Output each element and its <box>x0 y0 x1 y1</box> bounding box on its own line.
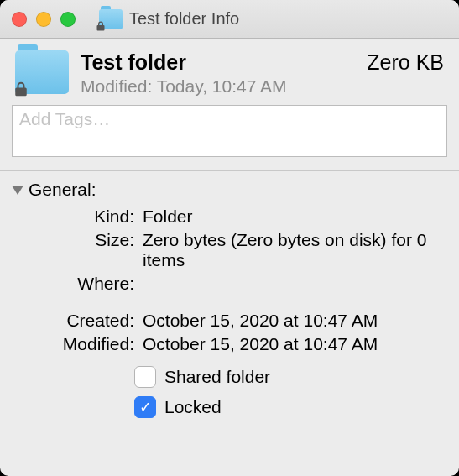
lock-icon <box>13 81 29 97</box>
zoom-icon[interactable] <box>60 12 76 27</box>
where-label: Where: <box>17 274 134 294</box>
chevron-down-icon <box>12 186 23 195</box>
shared-folder-row[interactable]: Shared folder <box>134 366 442 388</box>
lock-icon <box>96 20 106 32</box>
header: Test folder Modified: Today, 10:47 AM Ze… <box>0 39 459 105</box>
window-title: Test folder Info <box>129 9 239 29</box>
close-icon[interactable] <box>12 12 27 27</box>
general-label: General: <box>29 180 96 200</box>
kind-label: Kind: <box>17 207 134 227</box>
info-window: Test folder Info Test folder Modified: T… <box>0 0 459 476</box>
content: General: Kind: Folder Size: Zero bytes (… <box>0 170 459 418</box>
checkboxes: Shared folder ✓ Locked <box>0 354 459 418</box>
kind-value: Folder <box>143 207 442 227</box>
modified-value: October 15, 2020 at 10:47 AM <box>143 334 442 354</box>
size-label: Size: <box>17 230 134 270</box>
tags-area <box>0 105 459 170</box>
shared-folder-label: Shared folder <box>164 367 270 387</box>
titlebar[interactable]: Test folder Info <box>0 0 459 39</box>
item-modified: Modified: Today, 10:47 AM <box>81 76 355 97</box>
traffic-lights <box>12 12 76 27</box>
folder-icon <box>99 9 123 29</box>
locked-row[interactable]: ✓ Locked <box>134 396 442 418</box>
minimize-icon[interactable] <box>36 12 51 27</box>
created-label: Created: <box>17 311 134 331</box>
folder-icon <box>15 50 69 94</box>
locked-label: Locked <box>164 397 222 417</box>
general-fields: Kind: Folder Size: Zero bytes (Zero byte… <box>0 205 459 354</box>
title-content: Test folder Info <box>99 9 239 29</box>
where-value <box>143 274 442 294</box>
locked-checkbox[interactable]: ✓ <box>134 396 156 418</box>
general-section-header[interactable]: General: <box>0 178 459 205</box>
shared-folder-checkbox[interactable] <box>134 366 156 388</box>
modified-label: Modified: <box>81 76 152 96</box>
item-size: Zero KB <box>367 50 444 75</box>
header-text: Test folder Modified: Today, 10:47 AM <box>81 50 355 97</box>
modified-value: Today, 10:47 AM <box>157 76 287 96</box>
modified-label: Modified: <box>17 334 134 354</box>
size-value: Zero bytes (Zero bytes on disk) for 0 it… <box>143 230 442 270</box>
created-value: October 15, 2020 at 10:47 AM <box>143 311 442 331</box>
item-name: Test folder <box>81 50 355 75</box>
check-icon: ✓ <box>139 400 152 415</box>
tags-input[interactable] <box>12 105 447 157</box>
